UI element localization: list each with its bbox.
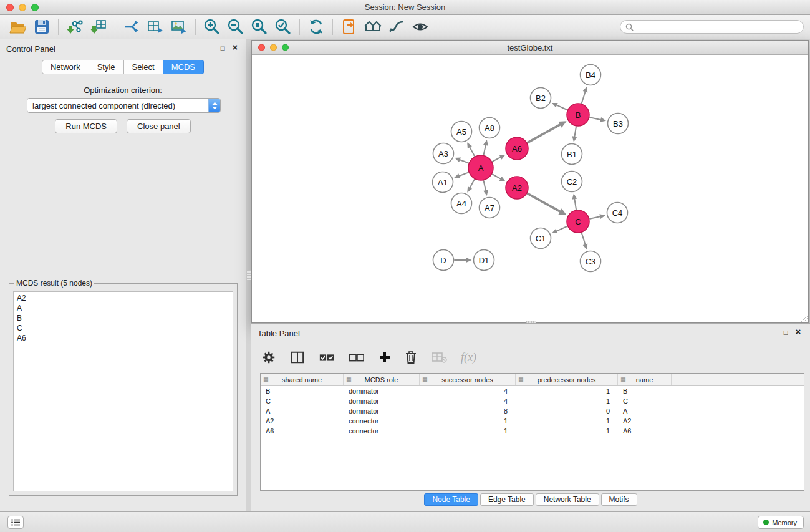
import-table-button[interactable] [87,17,110,37]
graph-edge-B-B4[interactable] [582,92,586,103]
graph-node-A1[interactable]: A1 [433,172,453,193]
table-cell[interactable]: dominator [344,407,420,415]
table-cell[interactable]: 1 [516,397,618,405]
float-table-panel-icon[interactable]: □ [781,329,790,336]
graph-node-A7[interactable]: A7 [480,198,500,218]
graph-edge-A-A7[interactable] [484,181,486,190]
column-header-name[interactable]: ▦name [618,374,672,385]
table-cell[interactable]: dominator [344,387,420,395]
save-session-button[interactable] [30,17,54,37]
run-mcds-button[interactable]: Run MCDS [55,119,117,133]
table-row[interactable]: A6connector11A6 [261,426,804,436]
graph-node-B[interactable]: B [567,104,589,126]
tab-style[interactable]: Style [89,60,124,74]
table-cell[interactable]: connector [344,417,420,425]
table-cell[interactable]: 1 [420,427,516,435]
minimize-window-button[interactable] [19,4,26,11]
column-header-mcds-role[interactable]: ▦MCDS role [344,374,420,385]
mcds-result-list[interactable]: A2ABCA6 [13,291,233,491]
table-cell[interactable]: A6 [618,427,672,435]
zoom-out-button[interactable] [224,17,248,37]
zoom-network-window-button[interactable] [282,44,289,51]
graph-node-C3[interactable]: C3 [581,251,601,272]
table-cell[interactable]: B [618,387,672,395]
minimize-network-window-button[interactable] [270,44,277,51]
graph-node-B2[interactable]: B2 [531,88,551,109]
graph-edge-A6-B[interactable] [528,125,560,143]
graph-node-A3[interactable]: A3 [433,143,454,164]
open-session-button[interactable] [6,17,30,37]
zoom-window-button[interactable] [31,4,39,11]
tab-edge-table[interactable]: Edge Table [480,493,534,506]
table-row[interactable]: Cdominator41C [261,396,804,406]
graph-node-A6[interactable]: A6 [506,137,528,160]
close-window-button[interactable] [6,4,14,11]
table-cell[interactable]: 1 [516,387,618,395]
import-network-button[interactable] [63,17,87,37]
table-cell[interactable]: A [618,407,672,415]
graph-node-A4[interactable]: A4 [451,193,472,214]
new-network-from-selection-button[interactable] [120,17,143,37]
graph-node-C[interactable]: C [567,210,589,233]
graph-node-D[interactable]: D [433,250,454,271]
apply-layout-button[interactable] [304,17,328,37]
column-header-predecessor-nodes[interactable]: ▦predecessor nodes [516,374,618,385]
graph-node-A8[interactable]: A8 [480,118,500,138]
table-cell[interactable]: A6 [261,427,344,435]
zoom-fit-button[interactable] [248,17,271,37]
task-history-button[interactable] [7,516,24,529]
table-cell[interactable]: C [618,397,672,405]
graph-edge-B-B2[interactable] [557,105,567,110]
select-all-button[interactable] [319,352,335,363]
graph-edge-A-A4[interactable] [470,180,475,188]
export-image-button[interactable] [167,17,191,37]
mcds-result-item[interactable]: A2 [14,293,233,303]
add-column-button[interactable] [378,351,391,364]
tab-network[interactable]: Network [42,60,89,74]
optimization-criterion-select[interactable]: largest connected component (directed) [27,98,221,113]
zoom-selected-button[interactable] [271,17,295,37]
graph-edge-A-A6[interactable] [493,157,501,162]
graph-edge-C-C4[interactable] [590,216,600,219]
table-cell[interactable]: B [261,387,344,395]
graph-edge-C-C2[interactable] [574,199,576,210]
tab-node-table[interactable]: Node Table [424,493,478,506]
table-cell[interactable]: A2 [261,417,344,425]
table-row[interactable]: A2connector11A2 [261,416,804,426]
close-table-panel-icon[interactable]: × [794,327,803,337]
table-row[interactable]: Adominator80A [261,406,804,416]
table-cell[interactable]: 4 [420,387,516,395]
table-cell[interactable]: 8 [420,407,516,415]
mcds-result-item[interactable]: A [14,303,233,313]
close-network-window-button[interactable] [258,44,265,51]
graph-node-C1[interactable]: C1 [531,228,551,249]
float-panel-icon[interactable]: □ [218,44,227,52]
graph-edge-A-A2[interactable] [493,174,501,178]
graph-node-A2[interactable]: A2 [506,177,528,199]
deselect-all-button[interactable] [349,352,365,363]
table-cell[interactable]: A [261,407,344,415]
network-window-titlebar[interactable]: testGlobe.txt [252,41,808,55]
mcds-result-item[interactable]: A6 [14,333,233,343]
graph-node-B4[interactable]: B4 [581,65,601,85]
tab-motifs[interactable]: Motifs [601,493,637,506]
graph-node-D1[interactable]: D1 [474,250,494,271]
apply-style-button[interactable] [385,17,408,37]
graph-edge-A-A1[interactable] [460,173,468,176]
table-cell[interactable]: C [261,397,344,405]
close-panel-icon[interactable]: × [231,42,239,52]
graph-edge-A2-C[interactable] [528,193,560,211]
graph-edge-A-A5[interactable] [470,147,474,156]
graph-node-A[interactable]: A [468,155,493,180]
graph-node-C2[interactable]: C2 [562,172,582,192]
table-row[interactable]: Bdominator41B [261,386,804,396]
table-options-button[interactable] [261,350,276,365]
split-handle-vertical[interactable] [247,270,251,280]
graph-node-C4[interactable]: C4 [607,203,628,223]
table-cell[interactable]: 1 [516,427,618,435]
graph-edge-C-C1[interactable] [557,226,567,231]
graph-node-B1[interactable]: B1 [562,144,582,165]
graph-node-B3[interactable]: B3 [608,114,629,134]
graph-edge-B-B1[interactable] [574,127,576,137]
table-cell[interactable]: 0 [516,407,618,415]
